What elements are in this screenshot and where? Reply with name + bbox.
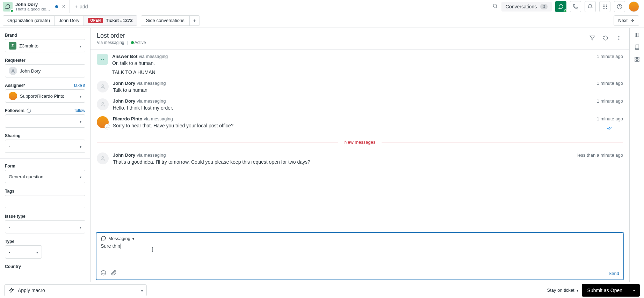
right-context-rail [629,28,644,298]
requester-label: Requester [5,58,85,63]
chevron-down-icon[interactable] [132,236,134,241]
presence-indicator [10,9,14,13]
sharing-select[interactable]: - [5,140,85,153]
via-channel: Via messaging [97,40,124,45]
message-body: Sorry to hear that. Have you tried your … [113,123,623,132]
followers-select[interactable] [5,114,85,128]
ticket-subject: Lost order [97,32,588,39]
svg-point-3 [606,5,607,6]
stay-on-ticket-select[interactable]: Stay on ticket [547,288,578,293]
apply-macro-button[interactable]: Apply macro [4,284,147,296]
tab-subtitle: That's a good idea. I... [15,7,52,11]
knowledge-tab[interactable] [634,44,640,51]
help-button[interactable] [614,1,625,12]
type-select[interactable]: - [5,245,42,259]
assignee-select[interactable]: Support/Ricardo Pinto [5,89,85,103]
info-icon [27,109,31,113]
emoji-button[interactable] [101,270,106,277]
add-side-conversation-button[interactable]: + [190,16,200,25]
issuetype-select[interactable]: - [5,220,85,233]
presence-indicator [564,9,567,13]
close-tab-button[interactable]: × [61,3,67,10]
plus-icon: + [75,4,78,9]
svg-rect-28 [635,33,636,37]
send-button[interactable]: Send [609,271,619,276]
chat-availability-button[interactable] [555,1,566,12]
agent-avatar-icon [9,92,17,100]
events-icon[interactable] [601,34,610,43]
divider [0,158,90,159]
svg-rect-31 [637,57,639,59]
chevron-down-icon [577,288,578,293]
user-avatar [97,81,109,92]
message-item: John Dory via messaging less than a minu… [97,150,623,167]
apps-tab[interactable] [634,57,640,63]
user-profile-tab[interactable] [634,32,640,39]
call-button[interactable] [570,1,581,12]
message-via: via messaging [137,98,166,104]
message-item: Answer Bot via messaging 1 minute ago Or… [97,51,623,78]
more-icon[interactable] [615,34,623,43]
bottom-action-bar: Apply macro Stay on ticket Submit as Ope… [0,282,644,298]
message-time: 1 minute ago [597,98,623,104]
conversations-button[interactable]: Conversations 0 [501,2,552,12]
tags-input[interactable] [5,195,85,208]
chevron-down-icon [141,288,143,293]
attachment-button[interactable] [111,270,117,277]
next-ticket-button[interactable]: Next [614,15,639,26]
chevron-down-icon [36,249,38,255]
breadcrumb-org[interactable]: Organization (create) [3,16,55,25]
submit-options-button[interactable] [628,284,640,297]
followers-label: Followers [5,108,31,113]
form-value: General question [9,174,43,179]
message-time: 1 minute ago [597,54,623,59]
agent-avatar [97,116,109,128]
chevron-down-icon [633,288,635,293]
message-via: via messaging [144,116,173,121]
brand-select[interactable]: Z Z3nrpinto [5,39,85,52]
follow-button[interactable]: follow [74,108,85,113]
type-value: - [9,249,10,255]
text-cursor-icon [150,246,155,254]
svg-point-25 [101,270,106,275]
svg-point-19 [101,59,102,60]
submit-button[interactable]: Submit as Open [582,284,628,297]
svg-rect-29 [637,33,639,37]
search-button[interactable] [492,3,498,10]
message-body: Talk to a human [113,87,623,93]
svg-point-9 [606,8,607,9]
profile-avatar[interactable] [629,1,639,12]
side-conversations-button[interactable]: Side conversations [141,16,190,25]
message-time: 1 minute ago [597,116,623,121]
breadcrumb-requester[interactable]: John Dory [55,16,84,25]
chevron-down-icon [80,174,81,179]
add-tab-button[interactable]: + add [70,0,93,13]
notifications-button[interactable] [585,1,596,12]
filter-icon[interactable] [588,34,596,43]
apps-button[interactable] [599,1,610,12]
breadcrumb-ticket[interactable]: OPEN Ticket #1272 [84,16,137,25]
form-select[interactable]: General question [5,170,85,183]
svg-point-7 [603,8,604,9]
chevron-down-icon [80,224,81,230]
take-it-button[interactable]: take it [74,83,85,88]
svg-point-0 [493,4,496,7]
svg-point-1 [603,5,604,6]
country-label: Country [5,264,85,269]
requester-select[interactable]: John Dory [5,64,85,77]
message-author: Ricardo Pinto [113,116,143,121]
channel-label[interactable]: Messaging [108,236,130,241]
message-body: Or, talk to a human. TALK TO A HUMAN [112,60,623,75]
message-item: John Dory via messaging 1 minute ago Hel… [97,96,623,113]
active-indicator [131,41,134,44]
user-icon [9,67,17,75]
read-receipt-icon [606,126,613,132]
svg-point-17 [618,38,620,39]
svg-point-2 [605,5,606,6]
active-tab[interactable]: John Dory That's a good idea. I... × [0,0,70,13]
agent-badge-icon [104,124,110,129]
svg-point-23 [107,126,108,127]
assignee-value: Support/Ricardo Pinto [20,94,64,99]
svg-point-8 [605,8,606,9]
compose-textarea[interactable]: Sure thin [96,243,623,269]
